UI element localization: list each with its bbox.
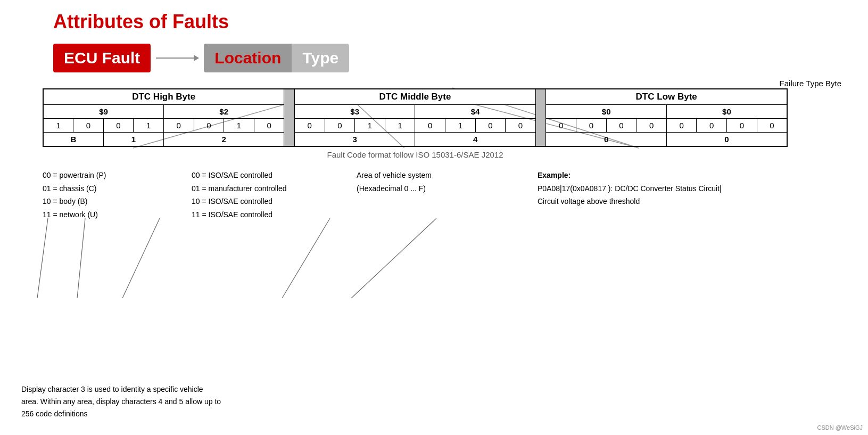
bit-l4: 0 — [636, 119, 667, 133]
display-row: B 1 2 3 4 0 0 — [43, 133, 787, 147]
example-line-2: Circuit voltage above threshold — [538, 195, 724, 208]
example-lines: Example: P0A08|17(0x0A0817 ): DC/DC Conv… — [538, 169, 724, 208]
bit-m8: 0 — [506, 119, 536, 133]
bit-m7: 0 — [475, 119, 506, 133]
dtc-table: DTC High Byte DTC Middle Byte DTC Low By… — [43, 88, 788, 147]
example-annotation: Example: P0A08|17(0x0A0817 ): DC/DC Conv… — [538, 169, 724, 208]
control-type-line-1: 00 = ISO/SAE controlled — [192, 169, 325, 182]
bit-l8: 0 — [757, 119, 787, 133]
hex-2: $2 — [163, 105, 284, 119]
system-type-lines: 00 = powertrain (P) 01 = chassis (C) 10 … — [43, 169, 160, 221]
page: Attributes of Faults ECU Fault Location … — [0, 0, 868, 435]
label-B: B — [43, 133, 103, 147]
control-type-annotation: 00 = ISO/SAE controlled 01 = manufacture… — [192, 169, 325, 221]
system-type-line-4: 11 = network (U) — [43, 208, 160, 221]
area-line-1: Area of vehicle system — [357, 169, 463, 182]
page-title: Attributes of Faults — [53, 11, 847, 33]
control-type-line-3: 10 = ISO/SAE controlled — [192, 195, 325, 208]
location-box: Location — [204, 44, 292, 72]
area-lines: Area of vehicle system (Hexadecimal 0 ..… — [357, 169, 463, 195]
label-1: 1 — [103, 133, 163, 147]
hex-row: $9 $2 $3 $4 $0 $0 — [43, 105, 787, 119]
svg-line-8 — [351, 218, 436, 298]
dtc-middle-header: DTC Middle Byte — [294, 89, 535, 105]
control-type-lines: 00 = ISO/SAE controlled 01 = manufacture… — [192, 169, 325, 221]
label-2: 2 — [163, 133, 284, 147]
bit-h7: 1 — [224, 119, 254, 133]
bit-l2: 0 — [576, 119, 607, 133]
label-3: 3 — [294, 133, 415, 147]
svg-line-4 — [37, 218, 48, 298]
system-type-line-3: 10 = body (B) — [43, 195, 160, 208]
example-line-1: P0A08|17(0x0A0817 ): DC/DC Converter Sta… — [538, 182, 724, 195]
label-4: 4 — [415, 133, 535, 147]
bit-l7: 0 — [727, 119, 757, 133]
bit-h5: 0 — [163, 119, 194, 133]
bit-h8: 0 — [254, 119, 284, 133]
svg-line-6 — [122, 218, 160, 298]
control-type-line-4: 11 = ISO/SAE controlled — [192, 208, 325, 221]
bit-m4: 1 — [385, 119, 415, 133]
bit-l1: 0 — [546, 119, 576, 133]
bit-m2: 0 — [325, 119, 355, 133]
fault-code-note: Fault Code format follow ISO 15031-6/SAE… — [43, 150, 788, 159]
system-type-annotation: 00 = powertrain (P) 01 = chassis (C) 10 … — [43, 169, 160, 221]
ecu-fault-box: ECU Fault — [53, 44, 151, 72]
display-char-line-1: Display character 3 is used to identity … — [21, 383, 221, 396]
display-char-line-3: 256 code definitions — [21, 408, 221, 420]
label-0a: 0 — [546, 133, 666, 147]
hex-0a: $0 — [546, 105, 666, 119]
area-annotation: Area of vehicle system (Hexadecimal 0 ..… — [357, 169, 463, 195]
area-line-2: (Hexadecimal 0 ... F) — [357, 182, 463, 195]
dtc-high-header: DTC High Byte — [43, 89, 284, 105]
bit-m3: 1 — [355, 119, 385, 133]
bit-l3: 0 — [606, 119, 636, 133]
hex-3: $3 — [294, 105, 415, 119]
display-char-line-2: area. Within any area, display character… — [21, 396, 221, 408]
svg-line-7 — [282, 218, 330, 298]
bit-l6: 0 — [697, 119, 727, 133]
bit-m5: 0 — [415, 119, 445, 133]
bit-m1: 0 — [294, 119, 325, 133]
bit-h1: 1 — [43, 119, 73, 133]
hex-4: $4 — [415, 105, 535, 119]
label-0b: 0 — [666, 133, 787, 147]
type-box: Type — [292, 44, 349, 72]
hex-9: $9 — [43, 105, 163, 119]
hex-0b: $0 — [666, 105, 787, 119]
control-type-line-2: 01 = manufacturer controlled — [192, 182, 325, 195]
bits-row: 1 0 0 1 0 0 1 0 0 0 1 1 0 1 0 0 0 0 0 — [43, 119, 787, 133]
system-type-line-1: 00 = powertrain (P) — [43, 169, 160, 182]
system-type-line-2: 01 = chassis (C) — [43, 182, 160, 195]
display-char-note: Display character 3 is used to identity … — [21, 383, 221, 420]
bit-h6: 0 — [194, 119, 224, 133]
bit-m6: 1 — [445, 119, 476, 133]
watermark: CSDN @WeSiGJ — [817, 424, 863, 431]
svg-line-5 — [77, 218, 85, 298]
example-title: Example: — [538, 169, 724, 182]
failure-type-label: Failure Type Byte — [780, 79, 841, 88]
bit-h3: 0 — [103, 119, 134, 133]
dtc-low-header: DTC Low Byte — [546, 89, 787, 105]
top-row: ECU Fault Location Type — [53, 44, 847, 72]
bit-l5: 0 — [666, 119, 697, 133]
bit-h2: 0 — [73, 119, 104, 133]
bit-h4: 1 — [134, 119, 164, 133]
section-header-row: DTC High Byte DTC Middle Byte DTC Low By… — [43, 89, 787, 105]
arrow-icon — [156, 58, 199, 59]
